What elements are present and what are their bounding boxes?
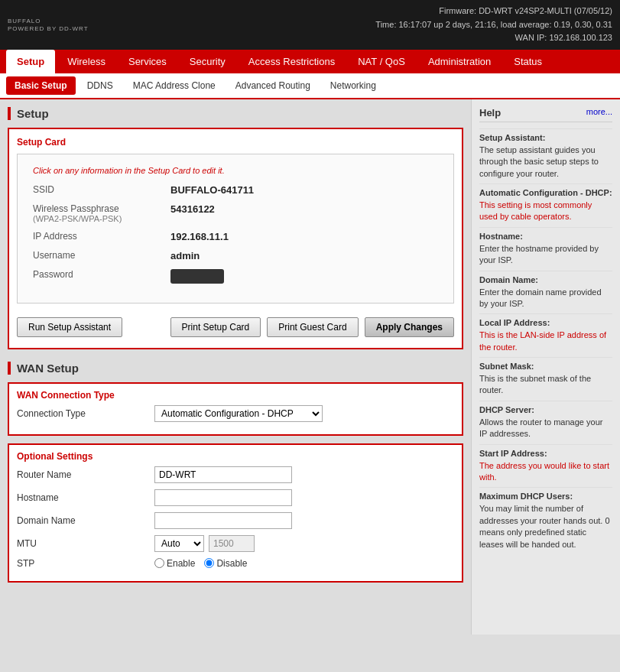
connection-type-label: Connection Type — [17, 408, 154, 419]
ip-label: IP Address — [33, 231, 170, 242]
mtu-mode-select[interactable]: Auto Manual — [154, 535, 204, 552]
nav-administration[interactable]: Administration — [417, 50, 502, 73]
wan-ip-text: WAN IP: 192.168.100.123 — [375, 31, 612, 45]
passphrase-label: Wireless Passphrase (WPA2-PSK/WPA-PSK) — [33, 203, 170, 223]
setup-card-inner: Click on any information in the Setup Ca… — [17, 154, 454, 304]
nav-wireless[interactable]: Wireless — [57, 50, 116, 73]
help-setup-assistant-heading: Setup Assistant: — [479, 133, 612, 142]
help-max-dhcp-heading: Maximum DHCP Users: — [479, 492, 612, 501]
help-max-dhcp-text: You may limit the number of addresses yo… — [479, 503, 612, 550]
help-local-ip-text: This is the LAN-side IP address of the r… — [479, 330, 612, 353]
help-dhcp-server-text: Allows the router to manage your IP addr… — [479, 417, 612, 440]
help-start-ip: Start IP Address: The address you would … — [479, 444, 612, 488]
stp-disable-radio[interactable] — [204, 558, 214, 568]
help-domain-text: Enter the domain name provided by your I… — [479, 287, 612, 310]
page-header: BUFFALO POWERED BY DD-WRT Firmware: DD-W… — [0, 0, 620, 50]
help-local-ip: Local IP Address: This is the LAN-side I… — [479, 313, 612, 357]
wan-connection-type-header: WAN Connection Type — [17, 390, 454, 401]
logo-text: BUFFALO POWERED BY DD-WRT — [8, 18, 89, 32]
password-mask — [170, 269, 224, 284]
help-hostname-heading: Hostname: — [479, 232, 612, 241]
router-name-row: Router Name — [17, 466, 454, 483]
password-value — [170, 269, 224, 284]
print-setup-card-button[interactable]: Print Setup Card — [170, 317, 261, 337]
stp-enable-label[interactable]: Enable — [154, 558, 195, 569]
print-guest-card-button[interactable]: Print Guest Card — [267, 317, 358, 337]
mtu-controls: Auto Manual — [154, 535, 255, 552]
password-label: Password — [33, 269, 170, 280]
stp-row: STP Enable Disable — [17, 558, 454, 569]
nav-status[interactable]: Status — [503, 50, 553, 73]
setup-card-buttons: Run Setup Assistant Print Setup Card Pri… — [17, 311, 454, 340]
firmware-info: Firmware: DD-WRT v24SP2-MULTI (07/05/12)… — [375, 5, 612, 45]
stp-enable-text: Enable — [167, 558, 195, 569]
optional-settings-header: Optional Settings — [17, 451, 454, 462]
ip-value: 192.168.11.1 — [170, 231, 229, 242]
nav-setup[interactable]: Setup — [6, 50, 55, 73]
subnav-mac-clone[interactable]: MAC Address Clone — [125, 76, 224, 95]
main-navigation: Setup Wireless Services Security Access … — [0, 50, 620, 73]
subnav-basic-setup[interactable]: Basic Setup — [6, 76, 76, 95]
domain-name-label: Domain Name — [17, 515, 154, 526]
help-local-ip-heading: Local IP Address: — [479, 318, 612, 327]
help-more-link[interactable]: more... — [586, 107, 612, 118]
passphrase-value: 54316122 — [170, 203, 215, 215]
connection-type-row: Connection Type Automatic Configuration … — [17, 405, 454, 422]
setup-card-passphrase-row[interactable]: Wireless Passphrase (WPA2-PSK/WPA-PSK) 5… — [33, 203, 438, 223]
help-auto-dhcp-text: This setting is most commonly used by ca… — [479, 200, 612, 223]
setup-card-panel: Setup Card Click on any information in t… — [8, 128, 463, 349]
ssid-value: BUFFALO-641711 — [170, 184, 254, 196]
subnav-networking[interactable]: Networking — [322, 76, 385, 95]
connection-type-select[interactable]: Automatic Configuration - DHCP Static IP… — [154, 405, 323, 422]
help-subnet-heading: Subnet Mask: — [479, 362, 612, 371]
help-subnet: Subnet Mask: This is the subnet mask of … — [479, 357, 612, 401]
stp-enable-radio[interactable] — [154, 558, 164, 568]
stp-label: STP — [17, 558, 154, 569]
setup-card-ssid-row[interactable]: SSID BUFFALO-641711 — [33, 184, 438, 196]
setup-section-title: Setup — [8, 107, 463, 120]
domain-name-input[interactable] — [154, 512, 292, 529]
stp-disable-text: Disable — [216, 558, 247, 569]
help-max-dhcp: Maximum DHCP Users: You may limit the nu… — [479, 487, 612, 554]
sub-navigation: Basic Setup DDNS MAC Address Clone Advan… — [0, 73, 620, 99]
run-setup-assistant-button[interactable]: Run Setup Assistant — [17, 317, 122, 337]
time-text: Time: 16:17:07 up 2 days, 21:16, load av… — [375, 18, 612, 32]
help-auto-dhcp-heading: Automatic Configuration - DHCP: — [479, 188, 612, 197]
subnav-advanced-routing[interactable]: Advanced Routing — [227, 76, 319, 95]
help-domain-heading: Domain Name: — [479, 275, 612, 284]
help-dhcp-server-heading: DHCP Server: — [479, 405, 612, 414]
setup-card-header: Setup Card — [17, 137, 454, 148]
help-domain-name: Domain Name: Enter the domain name provi… — [479, 271, 612, 314]
setup-card-ip-row[interactable]: IP Address 192.168.11.1 — [33, 231, 438, 242]
mtu-value-input[interactable] — [209, 535, 255, 552]
passphrase-sublabel: (WPA2-PSK/WPA-PSK) — [33, 214, 170, 223]
subnav-ddns[interactable]: DDNS — [79, 76, 122, 95]
domain-name-row: Domain Name — [17, 512, 454, 529]
username-label: Username — [33, 250, 170, 261]
nav-services[interactable]: Services — [118, 50, 177, 73]
hostname-label: Hostname — [17, 492, 154, 503]
router-name-input[interactable] — [154, 466, 292, 483]
username-value: admin — [170, 250, 200, 261]
hostname-input[interactable] — [154, 489, 292, 506]
logo-sub: POWERED BY DD-WRT — [8, 26, 89, 32]
mtu-label: MTU — [17, 538, 154, 549]
nav-access-restrictions[interactable]: Access Restrictions — [238, 50, 346, 73]
nav-security[interactable]: Security — [179, 50, 236, 73]
setup-card-hint: Click on any information in the Setup Ca… — [33, 166, 438, 175]
firmware-text: Firmware: DD-WRT v24SP2-MULTI (07/05/12) — [375, 5, 612, 18]
stp-disable-label[interactable]: Disable — [204, 558, 247, 569]
help-start-ip-heading: Start IP Address: — [479, 449, 612, 458]
help-title: Help more... — [479, 107, 612, 122]
setup-card-password-row[interactable]: Password — [33, 269, 438, 284]
main-panel: Setup Setup Card Click on any informatio… — [0, 99, 471, 635]
help-hostname-text: Enter the hostname provided by your ISP. — [479, 243, 612, 267]
setup-card-username-row[interactable]: Username admin — [33, 250, 438, 261]
router-name-label: Router Name — [17, 469, 154, 480]
help-subnet-text: This is the subnet mask of the router. — [479, 373, 612, 397]
wan-section-title: WAN Setup — [8, 362, 463, 375]
help-hostname: Hostname: Enter the hostname provided by… — [479, 227, 612, 271]
apply-changes-button[interactable]: Apply Changes — [365, 317, 454, 337]
nav-nat-qos[interactable]: NAT / QoS — [347, 50, 416, 73]
help-dhcp-server: DHCP Server: Allows the router to manage… — [479, 401, 612, 444]
